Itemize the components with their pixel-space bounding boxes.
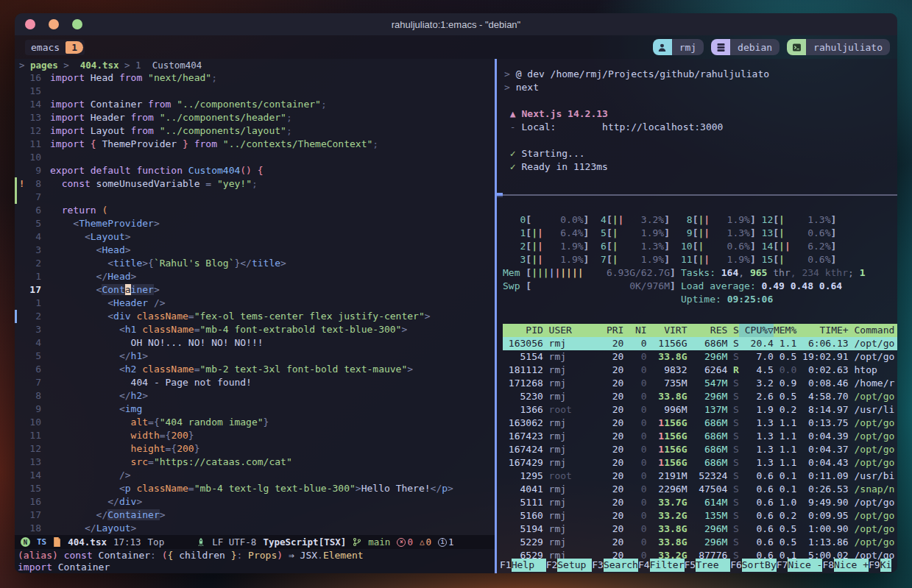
code-line[interactable]: 6 <h2 className="mb-2 text-3xl font-bold… <box>15 363 495 376</box>
token: = <box>194 324 200 335</box>
process-row[interactable]: 167423 rmj 20 0 1156G 686M S 1.3 1.1 0:0… <box>503 430 897 443</box>
code-line[interactable]: 18 </Layout> <box>15 522 495 535</box>
code-line[interactable]: 7 404 - Page not found! <box>15 376 495 389</box>
code-line[interactable]: 8 </h2> <box>15 389 495 403</box>
code-line-text: import Header from "../components/header… <box>50 111 292 124</box>
code-buffer[interactable]: 16import Head from "next/head";15 14impo… <box>15 71 495 535</box>
cell: root <box>543 470 601 483</box>
code-line[interactable]: 13 src="https://cataas.com/cat" <box>15 456 495 469</box>
process-table-header[interactable]: PID USER PRI NI VIRT RES S CPU%▽MEM% TIM… <box>503 324 897 337</box>
code-line[interactable]: 5 </h1> <box>15 350 495 363</box>
process-row[interactable]: 167424 rmj 20 0 1156G 686M S 1.3 1.1 0:0… <box>503 443 897 456</box>
line-number: 15 <box>26 85 50 98</box>
code-line[interactable]: 2 <div className="fex-ol tems-center fle… <box>15 310 495 323</box>
process-row[interactable]: 5230 rmj 20 0 33.8G 296M S 2.6 0.5 4:58.… <box>503 390 897 403</box>
column-header[interactable]: USER <box>543 324 601 337</box>
token: Local: http://localhost:3000 <box>521 121 723 132</box>
cell: 4041 <box>503 483 543 496</box>
process-row[interactable]: 181112 rmj 20 0 9832 6264 R 4.5 0.0 0:02… <box>503 364 897 377</box>
fkey-f7[interactable]: F7Nice - <box>777 559 823 572</box>
code-line[interactable]: 17 </Container> <box>15 509 495 522</box>
cell: rmj <box>543 483 601 496</box>
process-row[interactable]: 163062 rmj 20 0 1156G 686M S 1.3 1.1 0:1… <box>503 417 897 430</box>
token: > <box>119 60 136 71</box>
column-header[interactable]: PRI <box>601 324 623 337</box>
process-row[interactable]: 4041 rmj 20 0 2296M 47504 S 0.6 0.1 0:26… <box>503 483 897 496</box>
tmux-window-tab[interactable]: emacs 1 <box>25 40 85 55</box>
column-header[interactable]: RES <box>687 324 728 337</box>
column-header[interactable]: TIME+ <box>796 324 848 337</box>
fkey-f6[interactable]: F6SortBy <box>730 559 777 572</box>
column-header[interactable]: VIRT <box>647 324 687 337</box>
meter-bar: | <box>578 267 584 278</box>
cpu-meter-label: 1 <box>503 227 526 238</box>
column-header[interactable]: PID <box>503 324 543 337</box>
process-row[interactable]: 1366 root 20 0 996M 137M S 1.9 0.2 8:14.… <box>503 403 897 417</box>
process-row[interactable]: 5229 rmj 20 0 33.8G 296M S 0.6 0.5 1:13.… <box>503 536 897 549</box>
fkey-f2[interactable]: F2Setup <box>546 559 593 572</box>
code-line[interactable]: 1 <Header /> <box>15 297 495 310</box>
code-line[interactable]: 11 width={200} <box>15 429 495 442</box>
column-header[interactable]: Command <box>849 324 895 337</box>
code-line[interactable]: 15 <p className="mb-4 text-lg text-blue-… <box>15 482 495 495</box>
process-row[interactable]: 5154 rmj 20 0 33.8G 296M S 7.0 0.5 19:02… <box>503 350 897 364</box>
fkey-f9[interactable]: F9Ki <box>869 559 891 572</box>
code-line[interactable]: 10 alt={"404 random image"} <box>15 416 495 429</box>
fkey-f5[interactable]: F5Tree <box>685 559 731 572</box>
token: < <box>50 218 79 229</box>
code-line[interactable]: !8 const someUnusedVariable = "yey!"; <box>15 177 495 191</box>
typescript-icon: TS <box>37 537 46 547</box>
fkey-f3[interactable]: F3Search <box>592 559 638 572</box>
code-line[interactable]: 3 <h1 className="mb-4 font-extrabold tex… <box>15 323 495 336</box>
column-header[interactable]: MEM% <box>774 324 796 337</box>
dev-server-pane[interactable]: > @ dev /home/rmj/Projects/github/rahulj… <box>497 59 897 194</box>
code-line[interactable]: 14import Container from "../components/c… <box>15 98 495 111</box>
column-header[interactable]: CPU%▽ <box>739 324 774 337</box>
code-line[interactable]: 7 <box>15 191 495 204</box>
code-line[interactable]: 10 <box>15 151 495 164</box>
code-line[interactable]: 12import Layout from "../components/layo… <box>15 124 495 138</box>
code-line[interactable]: 4 OH NO!... NO! NO! NO!!! <box>15 336 495 350</box>
terminal-line: ✓ Ready in 1123ms <box>504 160 897 174</box>
code-line[interactable]: 9export default function Custom404() { <box>15 164 495 177</box>
code-line[interactable]: 4 <Layout> <box>15 230 495 244</box>
cell: 4:58.70 <box>796 390 848 403</box>
code-line[interactable]: 15 <box>15 85 495 98</box>
process-row[interactable]: 5194 rmj 20 0 33.8G 296M S 0.6 0.5 1:00.… <box>503 523 897 536</box>
code-line[interactable]: 9 <img <box>15 403 495 416</box>
fkey-f4[interactable]: F4Filter <box>638 559 685 572</box>
code-line[interactable]: 5 <ThemeProvider> <box>15 217 495 230</box>
load-average: Load average: 0.49 0.48 0.64 <box>681 280 897 293</box>
cell: 1156G <box>647 443 687 456</box>
code-line[interactable]: 2 <title>{`Rahul's Blog`}</title> <box>15 257 495 270</box>
fkey-f8[interactable]: F8Nice + <box>822 559 869 572</box>
cell: 0:02.63 <box>796 364 848 377</box>
code-line[interactable]: 16 </div> <box>15 495 495 509</box>
code-line[interactable]: 3 <Head> <box>15 244 495 257</box>
code-line[interactable]: 6 return ( <box>15 204 495 217</box>
process-row[interactable]: 5160 rmj 20 0 33.2G 135M S 0.6 0.2 0:09.… <box>503 509 897 523</box>
code-line[interactable]: 12 height={200} <box>15 442 495 456</box>
column-header[interactable]: S <box>727 324 739 337</box>
code-line[interactable]: 17 <Container> <box>15 283 495 297</box>
column-header[interactable]: NI <box>623 324 646 337</box>
code-line[interactable]: 16import Head from "next/head"; <box>15 71 495 85</box>
code-line[interactable]: 11import { ThemeProvider } from "../cont… <box>15 138 495 151</box>
code-line[interactable]: 14 /> <box>15 469 495 482</box>
process-row[interactable]: 5111 rmj 20 0 33.7G 614M S 0.6 1.0 9:49.… <box>503 496 897 509</box>
fkey-f1[interactable]: F1Help <box>500 559 546 572</box>
process-row[interactable]: 163056 rmj 20 0 1156G 686M S 20.4 1.1 6:… <box>503 337 897 350</box>
code-line[interactable]: 13import Header from "../components/head… <box>15 111 495 124</box>
process-row[interactable]: 1295 root 20 0 2191M 52324 S 0.6 0.1 0:1… <box>503 470 897 483</box>
process-row[interactable]: 171268 rmj 20 0 735M 547M S 3.2 0.9 0:08… <box>503 377 897 390</box>
cell: 0 <box>623 377 646 390</box>
editor-pane[interactable]: > pages > 404.tsx > 1 Custom404 16import… <box>15 59 495 573</box>
line-number: 10 <box>26 416 50 429</box>
process-row[interactable]: 167429 rmj 20 0 1156G 686M S 1.3 1.1 0:0… <box>503 456 897 470</box>
code-line[interactable]: 1 </Head> <box>15 270 495 283</box>
htop-pane[interactable]: 0[0.0%] 4[||3.2%] 1[||6.4%] 5[|1.9%] 2[|… <box>497 196 897 573</box>
token: > <box>280 258 286 269</box>
cpu-meter-box: |0.6% <box>779 227 830 240</box>
cell: 1.3 <box>739 417 774 430</box>
token: < <box>50 483 125 494</box>
